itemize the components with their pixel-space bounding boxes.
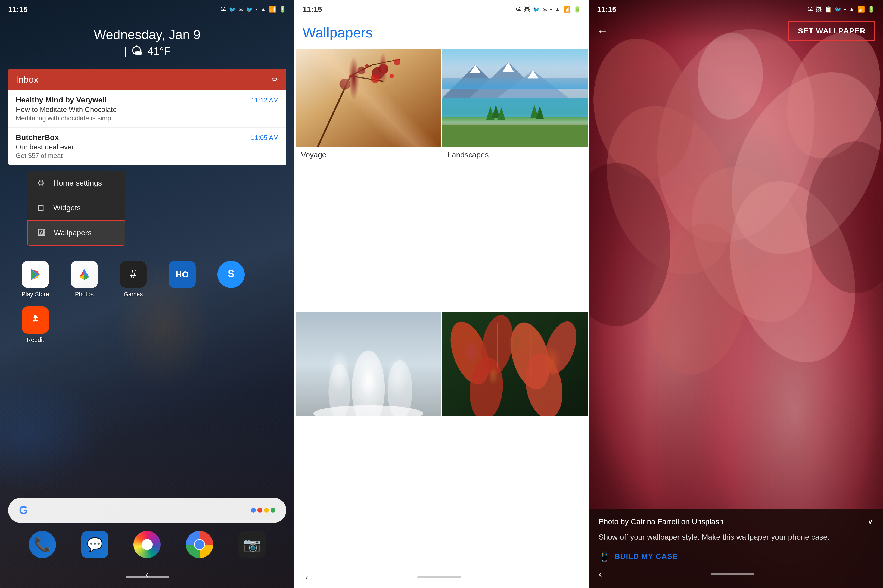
dock-camera[interactable]: 📷 xyxy=(239,531,266,558)
app-grid: Play Store Photos # Games HO xyxy=(0,251,294,353)
wp-tile-landscapes[interactable]: Landscapes xyxy=(442,49,588,311)
mail-icon: ✉ xyxy=(239,6,243,13)
detail-build-case[interactable]: 📱 BUILD MY CASE xyxy=(599,551,873,562)
app-label-reddit: Reddit xyxy=(27,336,44,344)
wp-cloud-icon: 🌤 xyxy=(515,6,521,13)
battery-icon: 🔋 xyxy=(279,6,286,13)
detail-battery-icon: 🔋 xyxy=(868,6,875,13)
inbox-preview-2: Get $57 of meat xyxy=(16,152,119,159)
home-statusbar: 11:15 🌤 🐦 ✉ 🐦 • ▲ 📶 🔋 xyxy=(0,0,294,19)
context-widgets-label: Widgets xyxy=(53,204,81,212)
context-wallpapers[interactable]: 🖼 Wallpapers xyxy=(27,220,125,246)
svg-point-48 xyxy=(538,317,583,378)
detail-chevron-down-icon[interactable]: ∨ xyxy=(868,517,873,526)
detail-navbar-pill xyxy=(711,573,754,575)
inbox-time-2: 11:05 AM xyxy=(251,134,279,142)
svg-point-9 xyxy=(36,318,38,320)
inbox-time-1: 11:12 AM xyxy=(251,96,279,104)
detail-cloud-icon: 🌤 xyxy=(807,6,813,13)
games-icon: # xyxy=(120,261,147,288)
wp-twitter-icon: 🐦 xyxy=(533,6,540,13)
wp-tile-winter[interactable] xyxy=(296,312,441,566)
svg-point-46 xyxy=(477,312,517,377)
app-item-playstore[interactable]: Play Store xyxy=(11,256,60,302)
context-widgets[interactable]: ⊞ Widgets xyxy=(27,195,125,220)
wp-title: Wallpapers xyxy=(303,25,373,40)
app-item-shazam[interactable]: S xyxy=(207,256,255,302)
inbox-header[interactable]: Inbox ✏ xyxy=(8,69,286,90)
svg-point-23 xyxy=(390,74,394,78)
inbox-sender-2: ButcherBox xyxy=(16,133,59,142)
wifi-icon: ▲ xyxy=(260,6,266,13)
svg-line-13 xyxy=(318,76,350,147)
detail-time: 11:15 xyxy=(597,5,617,14)
build-case-icon: 📱 xyxy=(599,551,610,562)
wp-mail-icon: ✉ xyxy=(542,6,547,13)
wp-nav-back[interactable]: ‹ xyxy=(305,573,308,582)
app-item-photos[interactable]: Photos xyxy=(60,256,109,302)
svg-point-24 xyxy=(365,64,369,68)
home-date: Wednesday, Jan 9 xyxy=(0,27,294,42)
detail-nav-back-icon[interactable]: ‹ xyxy=(599,568,602,580)
detail-description: Show off your wallpaper style. Make this… xyxy=(599,531,873,543)
inbox-title: Inbox xyxy=(16,74,38,85)
context-home-settings[interactable]: ⚙ Home settings xyxy=(27,171,125,195)
wp-landscapes-label: Landscapes xyxy=(442,147,588,163)
detail-signal-icon: 📶 xyxy=(857,6,865,13)
dock-chrome[interactable] xyxy=(186,531,213,558)
detail-photo-credit-text: Photo by Catrina Farrell on Unsplash xyxy=(599,518,724,526)
inbox-preview-1: Meditating with chocolate is simple enou… xyxy=(16,114,119,122)
dock-messages[interactable]: 💬 xyxy=(81,531,108,558)
wp-wifi-icon: ▲ xyxy=(554,6,560,13)
dock-groovy[interactable] xyxy=(134,531,161,558)
wp-voyage-label: Voyage xyxy=(296,147,441,163)
bottom-dock: G 📞 💬 📷 xyxy=(0,498,294,561)
wp-tile-tropical[interactable] xyxy=(442,312,588,566)
detail-info-panel: Photo by Catrina Farrell on Unsplash ∨ S… xyxy=(589,509,883,588)
home-date-weather: Wednesday, Jan 9 | 🌤 41°F xyxy=(0,19,294,63)
twitter-icon-2: 🐦 xyxy=(246,6,253,13)
app-item-ho[interactable]: HO xyxy=(158,256,207,302)
wp-navbar: ‹ xyxy=(294,566,589,588)
settings-icon: ⚙ xyxy=(36,178,46,188)
detail-photo-credit: Photo by Catrina Farrell on Unsplash ∨ xyxy=(599,517,873,526)
svg-point-17 xyxy=(372,67,384,79)
svg-point-40 xyxy=(352,350,385,416)
svg-point-22 xyxy=(339,78,350,89)
google-dot-red xyxy=(257,508,262,513)
search-bar[interactable]: G xyxy=(8,498,286,523)
wallpapers-panel: 11:15 🌤 🖼 🐦 ✉ • ▲ 📶 🔋 Wallpapers xyxy=(294,0,589,588)
wp-tropical-img xyxy=(442,312,588,410)
svg-point-18 xyxy=(378,64,388,74)
svg-text:S: S xyxy=(228,268,234,279)
context-home-settings-label: Home settings xyxy=(53,179,102,188)
inbox-item-2[interactable]: ButcherBox 11:05 AM Our best deal ever G… xyxy=(8,128,286,165)
set-wallpaper-button[interactable]: SET WALLPAPER xyxy=(789,22,875,40)
app-item-games[interactable]: # Games xyxy=(109,256,158,302)
detail-back-button[interactable]: ← xyxy=(597,25,608,37)
svg-point-19 xyxy=(371,74,380,83)
home-screen-panel: 11:15 🌤 🐦 ✉ 🐦 • ▲ 📶 🔋 Wednesday, Jan 9 |… xyxy=(0,0,294,588)
wp-tile-voyage[interactable]: Voyage xyxy=(296,49,441,311)
google-dot-yellow xyxy=(264,508,269,513)
app-item-reddit[interactable]: Reddit xyxy=(11,302,60,348)
svg-point-49 xyxy=(467,356,505,416)
wp-winter-img xyxy=(296,312,441,410)
dock-chrome-inner xyxy=(194,539,205,550)
home-temperature: 41°F xyxy=(147,45,170,57)
detail-note-icon: 📋 xyxy=(824,6,832,13)
inbox-item-1[interactable]: Healthy Mind by Verywell 11:12 AM How to… xyxy=(8,90,286,128)
svg-line-16 xyxy=(372,60,400,65)
detail-wifi-icon: ▲ xyxy=(849,6,855,13)
inbox-edit-icon[interactable]: ✏ xyxy=(272,75,279,84)
dock-phone[interactable]: 📞 xyxy=(29,531,56,558)
wp-status-icons: 🌤 🖼 🐦 ✉ • ▲ 📶 🔋 xyxy=(515,6,581,13)
inbox-subject-1: How to Meditate With Chocolate xyxy=(16,105,279,114)
google-dots xyxy=(251,508,275,513)
svg-point-42 xyxy=(387,360,412,416)
svg-line-15 xyxy=(350,76,383,81)
wp-grid: Voyage xyxy=(294,49,589,566)
build-case-label: BUILD MY CASE xyxy=(614,552,678,561)
app-label-photos: Photos xyxy=(75,291,94,298)
wp-signal-icon: 📶 xyxy=(563,6,571,13)
